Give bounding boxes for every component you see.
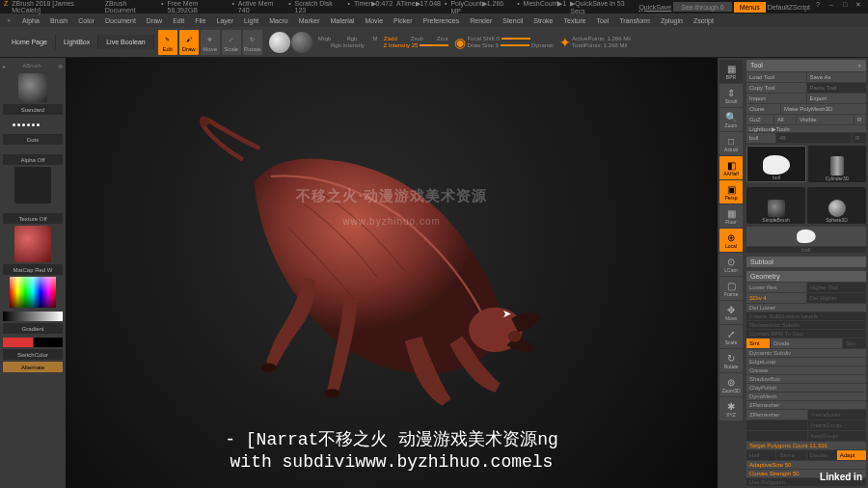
current-tool-large[interactable] bbox=[746, 227, 866, 246]
menu-brush[interactable]: Brush bbox=[50, 17, 68, 24]
actual-button[interactable]: □Actual bbox=[719, 132, 743, 155]
menu-document[interactable]: Document bbox=[105, 17, 136, 24]
floor-button[interactable]: ▦Floor bbox=[719, 204, 743, 228]
dynamesh-section[interactable]: DynaMesh bbox=[746, 393, 866, 400]
menu-preferences[interactable]: Preferences bbox=[423, 17, 460, 24]
color-picker[interactable] bbox=[10, 277, 56, 308]
edit-button[interactable]: ✎Edit bbox=[158, 30, 177, 55]
quicksave-button[interactable]: QuickSave bbox=[638, 4, 671, 11]
material-thumbnail[interactable] bbox=[14, 226, 51, 262]
viewport[interactable]: 不移之火·动漫游戏美术资源 www.byzhihuo.com ➤ - [Narr… bbox=[66, 58, 718, 488]
smt-toggle[interactable]: Smt bbox=[746, 339, 770, 348]
dynamic-toggle[interactable]: Dynamic bbox=[531, 42, 554, 48]
tool-thumb-simplebrush[interactable]: SimpleBrush bbox=[746, 187, 805, 224]
menu-alpha[interactable]: Alpha bbox=[22, 17, 40, 24]
stroke-thumbnail[interactable] bbox=[3, 117, 49, 132]
goz-button[interactable]: GoZ bbox=[746, 115, 773, 124]
freezegroups-toggle[interactable]: FreezeGroups bbox=[808, 420, 866, 430]
menu-material[interactable]: Material bbox=[330, 17, 354, 24]
goz-all-button[interactable]: All bbox=[774, 115, 796, 124]
del-higher-button[interactable]: Del Higher bbox=[807, 293, 867, 303]
menu-layer[interactable]: Layer bbox=[217, 17, 234, 24]
current-brush-thumbnail[interactable] bbox=[18, 73, 47, 102]
suv-toggle[interactable]: Suv bbox=[843, 339, 866, 348]
divide-button[interactable]: Divide bbox=[771, 339, 842, 348]
tab-live-boolean[interactable]: Live Boolean bbox=[98, 35, 153, 49]
menu-picker[interactable]: Picker bbox=[393, 17, 412, 24]
export-button[interactable]: Export bbox=[807, 94, 867, 103]
persp-button[interactable]: ▣Persp bbox=[719, 180, 743, 203]
tool-panel-header[interactable]: Tool bbox=[750, 62, 763, 69]
edgeloop-section[interactable]: EdgeLoop bbox=[746, 358, 866, 366]
lcam-button[interactable]: ⊙LCam bbox=[719, 253, 743, 276]
palette-close-icon[interactable]: ⊗ bbox=[58, 63, 63, 69]
maximize-icon[interactable]: □ bbox=[839, 1, 851, 13]
freeze-subdiv-button[interactable]: Freeze SubDivision Levels bbox=[746, 312, 866, 320]
tab-home[interactable]: Home Page bbox=[4, 35, 56, 49]
alternate-button[interactable]: Alternate bbox=[3, 362, 63, 372]
main-color-swatch[interactable] bbox=[3, 338, 33, 347]
higher-res-button[interactable]: Higher Res bbox=[807, 283, 867, 292]
tab-lightbox[interactable]: LightBox bbox=[56, 35, 98, 49]
rgb-toggle[interactable]: Rgb bbox=[346, 36, 357, 41]
menu-light[interactable]: Light bbox=[244, 17, 258, 24]
del-lower-button[interactable]: Del Lower bbox=[746, 304, 866, 312]
rotate3d-button[interactable]: ↻Rotate bbox=[719, 349, 743, 372]
focal-shift-slider[interactable]: Focal Shift 0 bbox=[467, 36, 499, 41]
half-button[interactable]: Half bbox=[746, 450, 775, 460]
goz-visible-button[interactable]: Visible bbox=[797, 115, 854, 124]
tool-r-button[interactable]: R bbox=[853, 133, 866, 143]
draw-button[interactable]: 🖌Draw bbox=[179, 30, 199, 55]
sculptris-button[interactable] bbox=[291, 32, 312, 53]
zsub-toggle[interactable]: Zsub bbox=[411, 36, 423, 41]
sdiv-slider[interactable]: SDiv 4 bbox=[746, 293, 806, 303]
panel-pin-icon[interactable]: ▸ bbox=[3, 63, 6, 69]
reconstruct-button[interactable]: Reconstruct Subdiv bbox=[746, 321, 866, 329]
minimize-icon[interactable]: – bbox=[826, 1, 837, 13]
crease-section[interactable]: Crease bbox=[746, 366, 866, 374]
gizmo-button[interactable] bbox=[269, 32, 290, 53]
tool-thumb-bull[interactable]: bull bbox=[746, 146, 806, 182]
texture-off-button[interactable]: Texture Off bbox=[3, 213, 63, 224]
load-tool-button[interactable]: Load Tool bbox=[746, 72, 806, 82]
lower-res-button[interactable]: Lower Res bbox=[746, 283, 806, 292]
make-polymesh-button[interactable]: Make PolyMesh3D bbox=[781, 104, 866, 114]
move-button[interactable]: ✥Move bbox=[201, 30, 220, 55]
mrgb-toggle[interactable]: Mrgb bbox=[318, 36, 332, 41]
menu-stroke[interactable]: Stroke bbox=[533, 17, 553, 24]
close-icon[interactable]: ✕ bbox=[853, 1, 864, 13]
zcut-toggle[interactable]: Zcut bbox=[437, 36, 448, 41]
freezeborder-toggle[interactable]: FreezeBorder bbox=[808, 410, 866, 420]
rotate-button[interactable]: ↻Rotate bbox=[243, 30, 262, 55]
tool-thumb-cylinder[interactable]: Cylinder3D bbox=[808, 146, 866, 182]
help-icon[interactable]: ? bbox=[812, 1, 824, 13]
gradient-button[interactable]: Gradient bbox=[3, 323, 63, 334]
lightbox-tools-button[interactable]: Lightbox▶Tools bbox=[746, 125, 866, 132]
menu-movie[interactable]: Movie bbox=[365, 17, 383, 24]
claypolish-section[interactable]: ClayPolish bbox=[746, 384, 866, 392]
adaptive-slider[interactable]: AdaptiveSize 50 bbox=[746, 461, 866, 469]
menu-marker[interactable]: Marker bbox=[299, 17, 320, 24]
menu-tool[interactable]: Tool bbox=[596, 17, 609, 24]
goz-r-button[interactable]: R bbox=[854, 115, 866, 124]
alpha-thumbnail[interactable] bbox=[14, 167, 51, 203]
draw-size-slider[interactable]: Draw Size 3 bbox=[467, 42, 498, 48]
frame-button[interactable]: ▢Frame bbox=[719, 277, 743, 300]
move3d-button[interactable]: ✥Move bbox=[719, 301, 743, 324]
menus-button[interactable]: Menus bbox=[734, 2, 766, 13]
menu-render[interactable]: Render bbox=[470, 17, 492, 24]
menu-stencil[interactable]: Stencil bbox=[502, 17, 523, 24]
zoom-button[interactable]: 🔍Zoom bbox=[719, 108, 743, 131]
menu-macro[interactable]: Macro bbox=[269, 17, 287, 24]
scroll-button[interactable]: ⇕Scroll bbox=[719, 84, 743, 107]
secondary-color-swatch[interactable] bbox=[34, 338, 64, 347]
menu-texture[interactable]: Texture bbox=[563, 17, 585, 24]
double-button[interactable]: Double bbox=[807, 450, 836, 460]
import-button[interactable]: Import bbox=[746, 94, 806, 103]
zremesher-button[interactable]: ZRemesher bbox=[746, 410, 807, 420]
switch-color-button[interactable]: SwitchColor bbox=[3, 349, 63, 360]
paste-tool-button[interactable]: Paste Tool bbox=[807, 83, 867, 93]
save-as-button[interactable]: Save As bbox=[807, 72, 867, 82]
see-through-slider[interactable]: See-through 0 bbox=[673, 2, 731, 12]
adapt-toggle[interactable]: Adapt bbox=[837, 450, 866, 460]
